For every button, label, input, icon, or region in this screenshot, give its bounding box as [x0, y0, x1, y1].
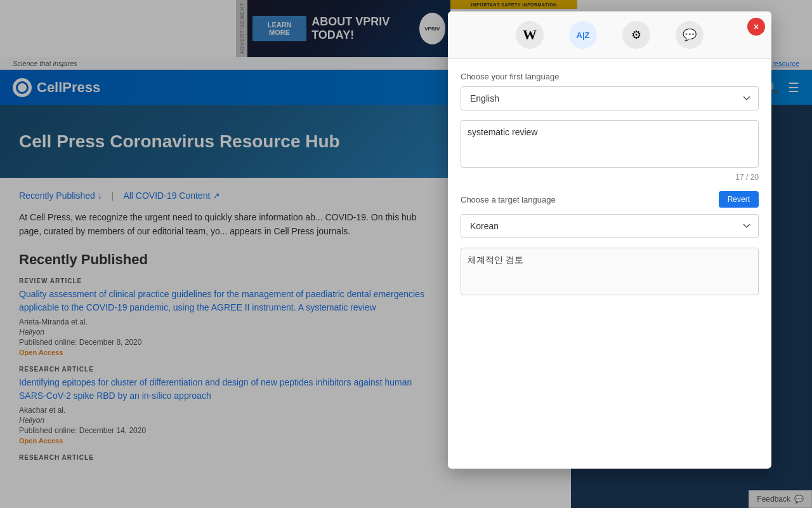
char-count: 17 / 20 [461, 173, 759, 182]
translated-text-output: 체계적인 검토 [461, 248, 759, 295]
translate-toolbar-button[interactable]: A|Z [569, 21, 597, 49]
source-text-input[interactable]: systematic review [461, 120, 759, 168]
wikipedia-icon: W [516, 21, 544, 49]
source-language-select[interactable]: English [461, 86, 759, 110]
settings-toolbar-button[interactable]: ⚙ [622, 21, 650, 49]
dialog-close-button[interactable]: × [747, 18, 765, 36]
revert-button[interactable]: Revert [719, 191, 759, 208]
target-language-label: Choose a target language [461, 195, 712, 204]
wikipedia-toolbar-button[interactable]: W [516, 21, 544, 49]
source-language-label: Choose your first language [461, 72, 759, 81]
comment-icon: 💬 [676, 21, 704, 49]
dialog-toolbar: W A|Z ⚙ 💬 [448, 11, 771, 59]
comment-toolbar-button[interactable]: 💬 [676, 21, 704, 49]
settings-icon: ⚙ [622, 21, 650, 49]
target-row: Choose a target language Revert [461, 191, 759, 208]
translate-icon: A|Z [569, 21, 597, 49]
target-language-select[interactable]: Korean [461, 214, 759, 238]
dialog-body: Choose your first language English syste… [448, 59, 771, 311]
translation-dialog: × W A|Z ⚙ 💬 Choose your first language E… [448, 11, 771, 469]
